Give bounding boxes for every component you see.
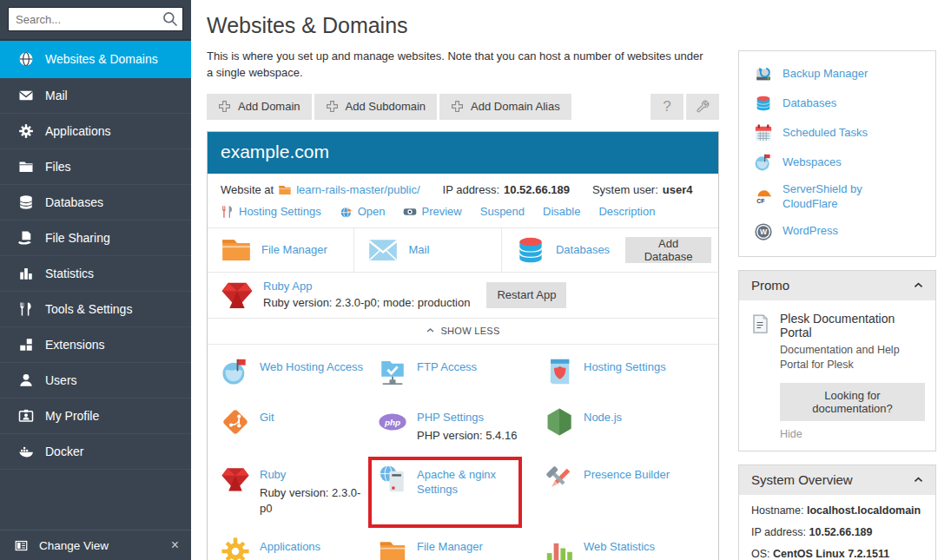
right-panel: Backup Manager Databases Scheduled Tasks… <box>721 0 951 560</box>
open-site-icon <box>340 205 353 219</box>
page-description: This is where you set up and manage webs… <box>207 49 712 82</box>
system-overview-header[interactable]: System Overview <box>739 465 935 495</box>
folder-icon[interactable] <box>220 234 253 267</box>
quick-link-label[interactable]: Databases <box>783 96 836 111</box>
preview-link[interactable]: Preview <box>421 205 461 218</box>
file-manager-link[interactable]: File Manager <box>261 243 327 256</box>
change-view-icon <box>14 539 29 552</box>
chevron-up-icon <box>913 474 924 485</box>
sidebar-item-extensions[interactable]: Extensions <box>0 327 191 363</box>
restart-app-button[interactable]: Restart App <box>486 282 566 308</box>
sidebar-item-users[interactable]: Users <box>0 363 191 399</box>
docker-whale-icon <box>18 444 34 459</box>
close-icon[interactable]: × <box>171 538 179 552</box>
sidebar-item-tools-settings[interactable]: Tools & Settings <box>0 292 191 327</box>
promo-docs-button[interactable]: Looking for documentation? <box>780 383 925 421</box>
web-server-icon <box>378 464 407 494</box>
ruby-icon[interactable] <box>221 279 254 312</box>
feature-label: Hosting Settings <box>584 359 666 375</box>
database-icon <box>18 194 34 210</box>
description-link[interactable]: Description <box>598 205 655 218</box>
left-sidebar: Websites & Domains Mail Applications Fil… <box>0 0 191 560</box>
settings-wrench-button[interactable] <box>686 94 719 120</box>
quick-link-webspaces[interactable]: Webspaces <box>739 148 935 177</box>
domain-card: example.com Website at learn-rails-maste… <box>207 131 719 560</box>
databases-link[interactable]: Databases <box>556 243 610 256</box>
quick-link-label[interactable]: ServerShield by CloudFlare <box>783 182 913 212</box>
sidebar-item-statistics[interactable]: Statistics <box>0 256 191 292</box>
disable-link[interactable]: Disable <box>543 205 580 218</box>
sidebar-item-label: File Sharing <box>45 231 110 245</box>
hosting-settings-link[interactable]: Hosting Settings <box>239 205 321 218</box>
feature-web-statistics[interactable]: Web Statistics <box>545 539 706 560</box>
quick-link-label[interactable]: Webspaces <box>783 155 842 170</box>
add-domain-button[interactable]: Add Domain <box>207 94 312 120</box>
ruby-app-detail: Ruby version: 2.3.0-p0; mode: production <box>263 295 470 312</box>
quick-link-wordpress[interactable]: WordPress <box>739 217 935 247</box>
feature-apache-nginx-settings[interactable]: Apache & nginx Settings <box>378 467 545 517</box>
ruby-app-link[interactable]: Ruby App <box>263 280 312 293</box>
sidebar-item-mail[interactable]: Mail <box>0 78 191 114</box>
feature-label: Git <box>260 410 274 425</box>
sidebar-item-applications[interactable]: Applications <box>0 114 191 149</box>
mail-link[interactable]: Mail <box>408 243 429 256</box>
sidebar-item-websites-domains[interactable]: Websites & Domains <box>0 41 191 78</box>
sidebar-item-files[interactable]: Files <box>0 149 191 185</box>
quick-link-label[interactable]: Backup Manager <box>783 67 868 82</box>
chevron-up-icon <box>913 280 924 291</box>
os-value: CentOS Linux 7.2.1511 (Core) <box>751 548 889 560</box>
change-view-button[interactable]: Change View × <box>0 530 191 560</box>
question-mark-icon: ? <box>663 98 670 115</box>
suspend-link[interactable]: Suspend <box>480 205 525 218</box>
feature-applications[interactable]: Applications <box>221 539 378 560</box>
ruby-version-detail: Ruby version: 2.3.0-p0 <box>260 485 362 516</box>
globe-flag-icon <box>754 153 773 172</box>
sidebar-item-docker[interactable]: Docker <box>0 434 191 470</box>
git-icon <box>221 407 250 437</box>
quick-link-databases[interactable]: Databases <box>739 89 935 118</box>
system-overview-box: System Overview Hostname: localhost.loca… <box>738 464 936 560</box>
search-icon[interactable] <box>162 10 179 28</box>
feature-presence-builder[interactable]: Presence Builder <box>545 467 706 517</box>
website-path-link[interactable]: learn-rails-master/public/ <box>296 183 419 196</box>
show-less-toggle[interactable]: SHOW LESS <box>208 319 718 345</box>
add-subdomain-button[interactable]: Add Subdomain <box>314 94 438 120</box>
sidebar-item-file-sharing[interactable]: File Sharing <box>0 221 191 256</box>
preview-eye-icon <box>403 205 417 219</box>
sidebar-item-databases[interactable]: Databases <box>0 185 191 221</box>
feature-ruby[interactable]: Ruby Ruby version: 2.3.0-p0 <box>221 467 378 517</box>
add-database-button[interactable]: Add Database <box>625 237 711 263</box>
sidebar-search-area <box>0 0 191 41</box>
add-domain-alias-button[interactable]: Add Domain Alias <box>439 94 571 120</box>
feature-file-manager[interactable]: File Manager <box>378 539 545 560</box>
promo-title: Promo <box>751 278 789 293</box>
cloudflare-icon <box>754 188 773 207</box>
quick-link-backup-manager[interactable]: Backup Manager <box>739 59 935 89</box>
mail-icon[interactable] <box>367 234 400 267</box>
sidebar-item-label: Docker <box>45 445 83 458</box>
feature-label: Ruby <box>260 467 286 483</box>
feature-ftp-access[interactable]: FTP Access <box>378 359 545 386</box>
quick-link-label[interactable]: Scheduled Tasks <box>783 126 868 141</box>
chevron-up-icon <box>426 326 435 335</box>
feature-nodejs[interactable]: Node.js <box>545 410 706 444</box>
quick-link-scheduled-tasks[interactable]: Scheduled Tasks <box>739 118 935 148</box>
promo-header[interactable]: Promo <box>739 271 935 300</box>
open-link[interactable]: Open <box>358 205 386 218</box>
file-sharing-icon <box>18 230 34 246</box>
os-row: OS: CentOS Linux 7.2.1511 (Core) <box>751 548 923 560</box>
search-input[interactable] <box>8 7 183 31</box>
help-button[interactable]: ? <box>651 94 684 120</box>
quick-link-label[interactable]: WordPress <box>783 224 838 239</box>
feature-hosting-settings[interactable]: Hosting Settings <box>545 359 706 386</box>
feature-php-settings[interactable]: PHP Settings PHP version: 5.4.16 <box>378 410 545 444</box>
promo-hide-link[interactable]: Hide <box>780 428 802 440</box>
feature-web-hosting-access[interactable]: Web Hosting Access <box>221 359 378 386</box>
change-view-label: Change View <box>39 539 109 552</box>
sidebar-item-my-profile[interactable]: My Profile <box>0 399 191 434</box>
quick-link-servershield[interactable]: ServerShield by CloudFlare <box>739 177 935 217</box>
website-at-label: Website at <box>221 183 274 196</box>
php-version-detail: PHP version: 5.4.16 <box>417 428 517 444</box>
database-icon[interactable] <box>514 234 547 267</box>
feature-git[interactable]: Git <box>221 410 378 444</box>
